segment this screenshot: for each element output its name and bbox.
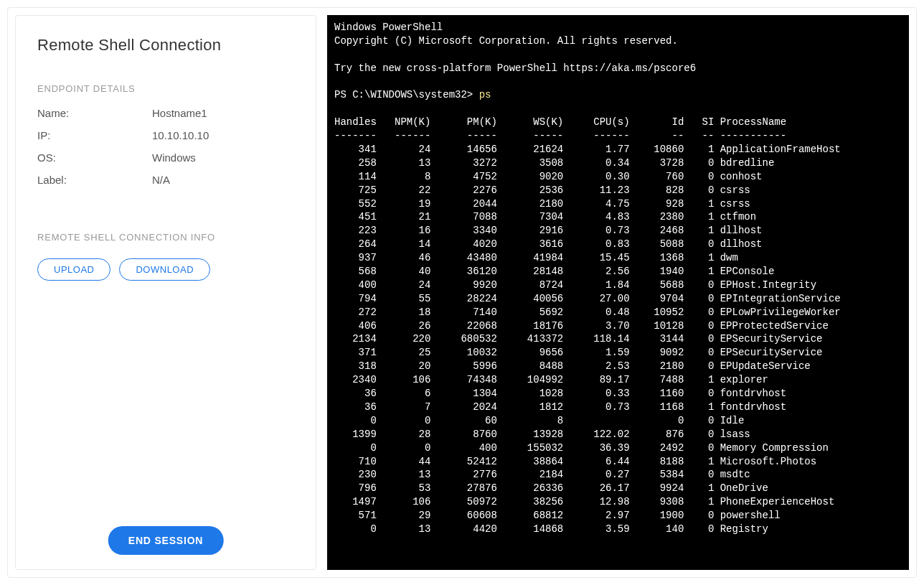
terminal-banner-line: Try the new cross-platform PowerShell ht…	[334, 62, 696, 74]
detail-row-ip: IP: 10.10.10.10	[37, 129, 294, 141]
terminal-prompt: PS C:\WINDOWS\system32>	[334, 89, 479, 100]
detail-row-os: OS: Windows	[37, 151, 294, 164]
endpoint-details-label: ENDPOINT DETAILS	[37, 83, 294, 94]
button-row: UPLOAD DOWNLOAD	[37, 258, 294, 281]
detail-key: OS:	[37, 151, 152, 164]
detail-key: IP:	[37, 129, 152, 141]
end-session-button[interactable]: END SESSION	[108, 526, 224, 555]
connection-panel: Remote Shell Connection ENDPOINT DETAILS…	[15, 15, 316, 570]
terminal-banner-line: Copyright (C) Microsoft Corporation. All…	[334, 35, 678, 47]
terminal[interactable]: Windows PowerShell Copyright (C) Microso…	[327, 15, 909, 570]
main-container: Remote Shell Connection ENDPOINT DETAILS…	[7, 7, 917, 578]
detail-key: Label:	[37, 174, 152, 186]
detail-value: 10.10.10.10	[152, 129, 209, 141]
detail-row-label: Label: N/A	[37, 174, 294, 186]
download-button[interactable]: DOWNLOAD	[119, 258, 210, 281]
panel-title: Remote Shell Connection	[37, 36, 294, 55]
connection-info-label: REMOTE SHELL CONNECTION INFO	[37, 232, 294, 243]
detail-value: Windows	[152, 151, 196, 164]
detail-value: N/A	[152, 174, 170, 186]
detail-row-name: Name: Hostname1	[37, 107, 294, 119]
detail-value: Hostname1	[152, 107, 207, 119]
detail-key: Name:	[37, 107, 152, 119]
terminal-command: ps	[479, 89, 491, 100]
process-output: Handles NPM(K) PM(K) WS(K) CPU(s) Id SI …	[334, 116, 841, 535]
upload-button[interactable]: UPLOAD	[37, 258, 110, 281]
terminal-banner-line: Windows PowerShell	[334, 22, 443, 33]
